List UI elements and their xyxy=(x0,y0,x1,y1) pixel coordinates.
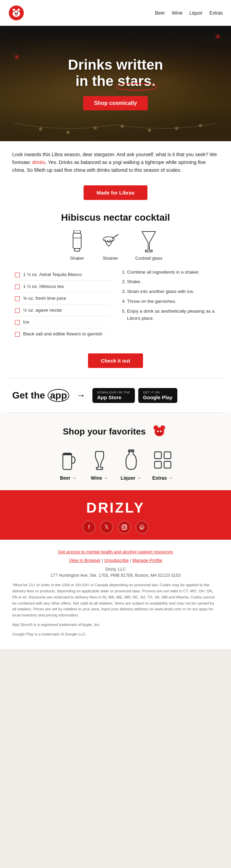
svg-point-33 xyxy=(160,430,162,432)
hero-title: Drinks written in the stars. xyxy=(68,57,163,90)
ingredient-text-4: Ice xyxy=(23,319,29,325)
ingredient-3: ½ oz. agave nectar xyxy=(15,304,110,316)
svg-point-26 xyxy=(109,242,110,243)
svg-point-30 xyxy=(160,425,165,430)
svg-rect-20 xyxy=(74,248,80,251)
svg-line-27 xyxy=(112,235,118,238)
social-facebook[interactable]: f xyxy=(83,521,95,534)
star-decoration-2: ✳ xyxy=(14,53,20,62)
ingredient-5: Black salt and edible flowers to garnish xyxy=(15,328,110,340)
check-it-out-section: Check it out xyxy=(0,345,231,378)
step-2: Shake. xyxy=(127,278,216,285)
beer-icon xyxy=(58,449,78,473)
step-5: Enjoy a drink as aesthetically pleasing … xyxy=(127,308,216,322)
intro-drinks-link[interactable]: drinks xyxy=(32,160,46,165)
svg-rect-34 xyxy=(63,453,72,469)
footer-drizly-logo: DRIZLY xyxy=(8,500,223,516)
svg-point-12 xyxy=(93,126,97,130)
nav-liquor[interactable]: Liquor xyxy=(189,10,202,16)
shop-bear-icon xyxy=(150,422,168,441)
shaker-label: Shaker xyxy=(70,256,84,261)
main-nav: Beer Wine Liquor Extras xyxy=(155,10,223,16)
shop-title: Shop your favorites xyxy=(63,426,146,437)
view-in-browser-link[interactable]: View in Browser xyxy=(69,558,101,563)
extras-icon xyxy=(153,449,173,473)
social-instagram[interactable] xyxy=(118,521,131,534)
svg-point-43 xyxy=(125,525,126,526)
shop-item-extras[interactable]: Extras → xyxy=(152,449,173,481)
liquor-icon xyxy=(121,449,141,473)
app-section: Get the app → Download on the App Store … xyxy=(0,378,231,412)
app-arrow-icon: → xyxy=(76,390,86,401)
drizly-logo[interactable] xyxy=(8,5,24,21)
manage-profile-link[interactable]: Manage Profile xyxy=(132,558,162,563)
nav-extras[interactable]: Extras xyxy=(209,10,223,16)
ingredient-2: ¾ oz. fresh lime juice xyxy=(15,293,110,304)
svg-rect-18 xyxy=(73,233,81,248)
step-4: Throw on the garnishes. xyxy=(127,298,216,305)
svg-point-11 xyxy=(66,131,70,134)
app-store-badge[interactable]: Download on the App Store xyxy=(92,388,135,403)
svg-point-10 xyxy=(39,127,42,131)
mental-health-link[interactable]: Get access to mental health and alcohol … xyxy=(58,549,173,554)
footer-red-section: DRIZLY f 𝕏 xyxy=(0,490,231,540)
svg-point-7 xyxy=(15,13,16,14)
app-store-sub: Download on the xyxy=(97,391,130,394)
unsubscribe-link[interactable]: Unsubscribe xyxy=(104,558,129,563)
svg-rect-38 xyxy=(164,452,171,459)
separator-2: | xyxy=(130,558,132,563)
ingredient-1: 1 ½ oz. hibiscus tea xyxy=(15,281,110,293)
shop-section: Shop your favorites xyxy=(0,413,231,490)
footer-legal-3: Google Play is a trademark of Google LLC… xyxy=(12,631,219,638)
svg-rect-17 xyxy=(74,230,81,233)
ingredient-checkbox-1[interactable] xyxy=(15,284,20,289)
check-it-out-button[interactable]: Check it out xyxy=(88,353,143,368)
footer-legal-1: *Must be 21+ to order in the USA or 18+/… xyxy=(12,582,219,618)
shop-item-liquor[interactable]: Liquor → xyxy=(121,449,141,481)
footer-address: Drizly, LLC 177 Huntington Ave, Ste. 170… xyxy=(12,566,219,579)
ingredient-text-1: 1 ½ oz. hibiscus tea xyxy=(23,284,64,289)
strainer-icon xyxy=(102,230,119,254)
ingredient-checkbox-2[interactable] xyxy=(15,296,20,301)
nav-wine[interactable]: Wine xyxy=(172,10,182,16)
svg-rect-37 xyxy=(155,452,161,459)
svg-point-9 xyxy=(15,15,17,16)
cocktail-title: Hibiscus nectar cocktail xyxy=(12,212,219,223)
google-play-main: Google Play xyxy=(143,394,173,400)
separator-1: | xyxy=(102,558,104,563)
wine-icon xyxy=(89,449,110,473)
shop-header: Shop your favorites xyxy=(12,422,219,441)
social-pinterest[interactable] xyxy=(136,521,148,534)
svg-point-23 xyxy=(108,240,109,241)
logo-area xyxy=(8,5,24,21)
cocktail-glass-label: Cocktail glass xyxy=(135,256,162,261)
ingredient-checkbox-0[interactable] xyxy=(15,273,20,277)
intro-text-section: Look inwards this Libra season, dear sta… xyxy=(0,141,231,181)
nav-beer[interactable]: Beer xyxy=(155,10,165,16)
strainer-label: Strainer xyxy=(103,256,118,261)
svg-point-4 xyxy=(13,9,15,11)
svg-rect-40 xyxy=(164,461,171,468)
ingredient-text-3: ½ oz. agave nectar xyxy=(23,308,62,313)
ingredient-checkbox-5[interactable] xyxy=(15,332,20,337)
social-twitter[interactable]: 𝕏 xyxy=(100,521,113,534)
google-play-sub: GET IT ON xyxy=(143,391,160,394)
svg-point-15 xyxy=(175,127,178,130)
cocktail-section: Hibiscus nectar cocktail Shaker xyxy=(0,209,231,345)
steps-list: Combine all ingredients in a shaker. Sha… xyxy=(121,269,216,340)
svg-point-5 xyxy=(18,9,20,11)
shop-item-beer[interactable]: Beer → xyxy=(58,449,78,481)
shop-item-liquor-label: Liquor → xyxy=(121,475,141,481)
ingredient-checkbox-3[interactable] xyxy=(15,308,20,313)
made-for-libras-button[interactable]: Made for Libras xyxy=(84,185,147,200)
google-play-badge[interactable]: GET IT ON Google Play xyxy=(138,388,177,403)
app-text: Get the app xyxy=(12,389,69,402)
shop-item-wine[interactable]: Wine → xyxy=(89,449,110,481)
svg-point-14 xyxy=(148,129,151,132)
step-3: Strain into another glass with ice. xyxy=(127,288,216,295)
shop-cosmically-button[interactable]: Shop cosmically xyxy=(83,96,148,110)
svg-point-42 xyxy=(123,526,126,528)
ingredient-checkbox-4[interactable] xyxy=(15,320,20,325)
ingredient-text-2: ¾ oz. fresh lime juice xyxy=(23,296,66,301)
app-badges: Download on the App Store GET IT ON Goog… xyxy=(92,388,177,403)
